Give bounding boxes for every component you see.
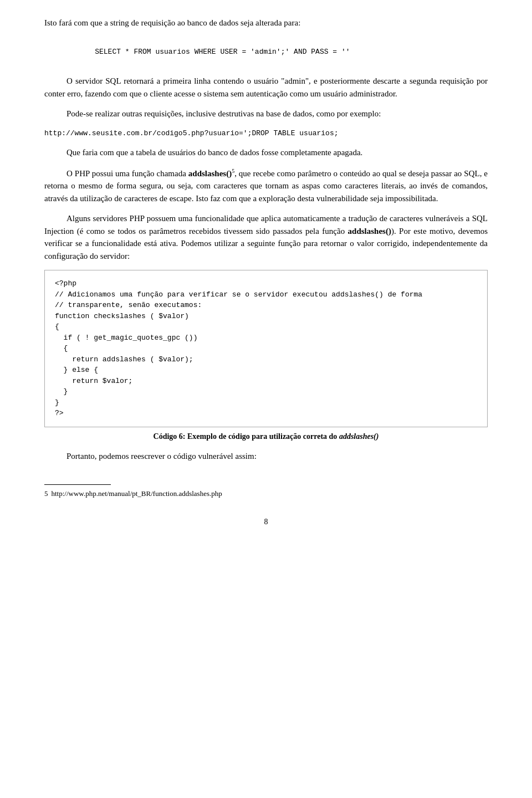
text-paragraph2: O servidor SQL retornará a primeira linh… xyxy=(44,76,488,98)
paragraph-4: Que faria com que a tabela de usuários d… xyxy=(44,146,488,159)
text-addslashes-bold-2: addslashes() xyxy=(348,227,391,236)
footnote-url: http://www.php.net/manual/pt_BR/function… xyxy=(52,488,222,499)
paragraph-2: O servidor SQL retornará a primeira linh… xyxy=(44,75,488,100)
paragraph-6: Alguns servidores PHP possuem uma funcio… xyxy=(44,212,488,262)
footnote-number: 5 xyxy=(44,488,48,499)
page-number-text: 8 xyxy=(264,518,268,526)
text-paragraph3: Pode-se realizar outras requisições, inc… xyxy=(66,109,381,118)
url-line-1: http://www.seusite.com.br/codigo5.php?us… xyxy=(44,128,488,139)
footnote-separator xyxy=(44,484,111,485)
url-text-1: http://www.seusite.com.br/codigo5.php?us… xyxy=(44,129,339,137)
paragraph-7: Portanto, podemos reescrever o código vu… xyxy=(44,450,488,463)
code-block-1: SELECT * FROM usuarios WHERE USER = 'adm… xyxy=(78,37,488,68)
text-addslashes-bold-1: addslashes() xyxy=(188,169,232,178)
bold-addslashes-1: addslashes() xyxy=(188,169,232,178)
code-box-text: <?php // Adicionamos uma função para ver… xyxy=(55,279,422,417)
page-number: 8 xyxy=(44,516,488,528)
text-paragraph4: Que faria com que a tabela de usuários d… xyxy=(66,148,362,157)
code-text-1: SELECT * FROM usuarios WHERE USER = 'adm… xyxy=(95,48,350,56)
text-paragraph5-pre: O PHP possui uma função chamada xyxy=(66,169,188,178)
code-box-main: <?php // Adicionamos uma função para ver… xyxy=(44,270,488,427)
code-caption: Código 6: Exemplo de código para utiliza… xyxy=(44,431,488,442)
footnote: 5 http://www.php.net/manual/pt_BR/functi… xyxy=(44,488,488,499)
paragraph-1: Isto fará com que a string de requisição… xyxy=(44,17,488,29)
page-content: Isto fará com que a string de requisição… xyxy=(44,17,488,528)
code-caption-pre: Código 6: Exemplo de código para utiliza… xyxy=(154,432,339,441)
code-caption-italic: addslashes() xyxy=(339,432,379,441)
text-paragraph7: Portanto, podemos reescrever o código vu… xyxy=(66,452,257,461)
code-caption-italic-text: addslashes() xyxy=(339,432,379,441)
bold-addslashes-2: addslashes() xyxy=(348,227,391,236)
paragraph-5: O PHP possui uma função chamada addslash… xyxy=(44,167,488,205)
paragraph-3: Pode-se realizar outras requisições, inc… xyxy=(44,108,488,120)
text-paragraph1: Isto fará com que a string de requisição… xyxy=(44,18,300,27)
